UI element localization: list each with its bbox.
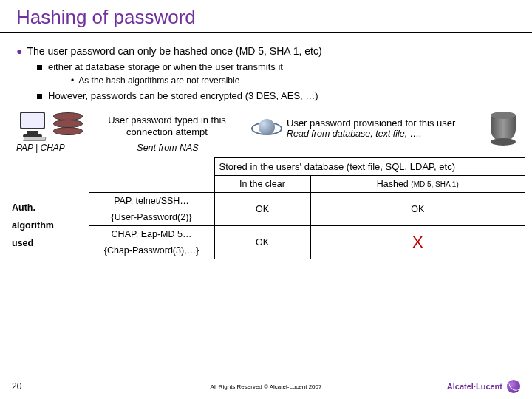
- orb-icon: [251, 113, 282, 144]
- server-disks-icon: [53, 112, 84, 140]
- monitor-icon: [16, 112, 49, 141]
- copyright: All Rights Reserved © Alcatel-Lucent 200…: [211, 383, 322, 390]
- brand-text: Alcatel·Lucent: [447, 382, 502, 391]
- col-hashed: Hashed (MD 5, SHA 1): [310, 176, 525, 193]
- content-area: ● The user password can only be hashed o…: [0, 33, 532, 101]
- row1-proto: PAP, telnet/SSH…: [89, 193, 214, 210]
- page-number: 20: [12, 381, 41, 392]
- sent-from-nas: Sent from NAS: [90, 143, 245, 153]
- row1-attr: {User-Password(2)}: [89, 209, 214, 226]
- sub-sub-bullet: • As the hash algorithms are not reversi…: [37, 75, 516, 86]
- algo-label: Auth. algorithm used: [7, 193, 89, 259]
- cell-pap-clear: OK: [214, 193, 310, 226]
- bullet-dot-icon: ●: [16, 45, 22, 57]
- row2-proto: CHAP, Eap-MD 5…: [89, 226, 214, 243]
- cell-chap-clear: OK: [214, 226, 310, 259]
- right-caption: User password provisioned for this user: [287, 118, 486, 129]
- sub-bullet-1: either at database storage or when the u…: [37, 61, 516, 72]
- database-cylinder-icon: [491, 112, 516, 146]
- square-icon: [37, 94, 42, 99]
- bullet-main: ● The user password can only be hashed o…: [16, 45, 516, 57]
- sub-bullet-1-text: either at database storage or when the u…: [48, 61, 283, 72]
- footer: 20 All Rights Reserved © Alcatel-Lucent …: [0, 380, 532, 393]
- square-icon: [37, 65, 42, 70]
- bullet-main-text: The user password can only be hashed onc…: [27, 45, 321, 57]
- read-from-label: Read from database, text file, ….: [287, 129, 486, 139]
- sub-bullet-2-text: However, passwords can be stored encrypt…: [48, 90, 318, 101]
- diagram-row: User password typed in this connection a…: [0, 104, 532, 153]
- slide-title: Hashing of password: [0, 0, 532, 33]
- sub-bullet-2: However, passwords can be stored encrypt…: [37, 90, 516, 101]
- left-caption: User password typed in this connection a…: [89, 115, 245, 137]
- comparison-table: Stored in the users' database (text file…: [7, 157, 525, 259]
- sub-sub-text: As the hash algorithms are not reversibl…: [78, 75, 239, 86]
- stored-caption: Stored in the users' database (text file…: [214, 158, 525, 176]
- pap-chap-label: PAP | CHAP: [16, 143, 90, 153]
- cell-pap-hashed: OK: [310, 193, 525, 226]
- small-dot-icon: •: [71, 75, 74, 86]
- col-clear: In the clear: [214, 176, 310, 193]
- brand-logo-icon: [507, 380, 520, 393]
- brand: Alcatel·Lucent: [447, 380, 520, 393]
- cell-chap-hashed: X: [310, 226, 525, 259]
- row2-attr: {Chap-Password(3),…}: [89, 242, 214, 259]
